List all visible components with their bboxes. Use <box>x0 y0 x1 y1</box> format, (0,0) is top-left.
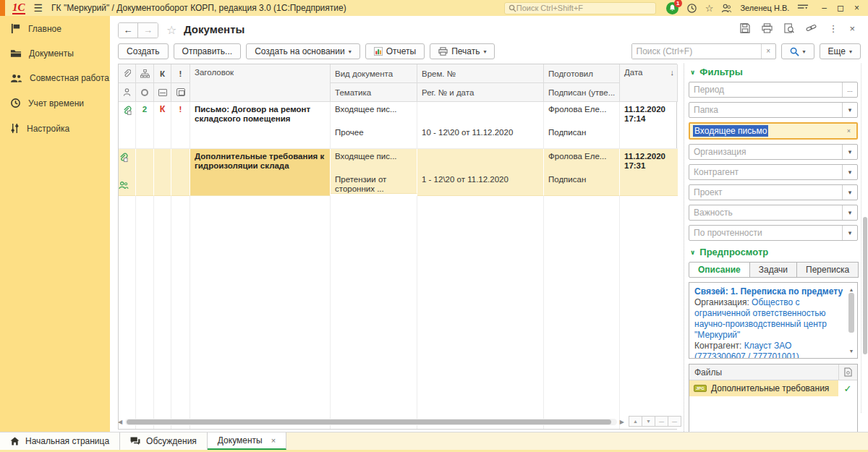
create-based-on-button[interactable]: Создать на основании▾ <box>246 43 360 59</box>
preview-icon[interactable] <box>784 23 794 33</box>
col-important-header[interactable]: ! <box>171 64 190 83</box>
filter-doc-type-field[interactable]: Входящее письмо × <box>689 122 858 140</box>
col-card-icon[interactable] <box>154 83 171 102</box>
back-button[interactable]: ← <box>119 23 138 38</box>
link-icon[interactable] <box>806 23 817 33</box>
col-type-header[interactable]: Вид документа <box>331 64 417 83</box>
hamburger-menu-icon[interactable]: ☰ <box>34 2 43 14</box>
filter-importance-field[interactable]: Важность ▾ <box>689 205 858 221</box>
minimize-button[interactable]: – <box>822 3 827 13</box>
global-search[interactable] <box>504 2 656 14</box>
scroll-left-icon[interactable]: ◀ <box>118 419 125 425</box>
col-stamp-icon[interactable] <box>171 83 190 102</box>
favorites-star-icon[interactable]: ☆ <box>705 4 714 13</box>
filters-section-header[interactable]: ∨ Фильтры <box>690 67 868 77</box>
doc-date: 11.12.202017:31 <box>620 149 678 196</box>
col-reg-header[interactable]: Рег. № и дата <box>417 83 544 102</box>
jpg-file-icon: JPG <box>694 385 707 392</box>
col-title-header[interactable]: Заголовок <box>190 64 331 102</box>
reports-button[interactable]: Отчеты <box>365 43 425 59</box>
scrollbar-thumb[interactable] <box>127 419 611 425</box>
close-window-button[interactable]: × <box>854 3 859 13</box>
scrollbar-thumb[interactable] <box>863 217 867 354</box>
preview-section-header[interactable]: ∨ Предпросмотр <box>690 247 868 257</box>
clear-filter-icon[interactable]: × <box>841 124 856 138</box>
print-button[interactable]: Печать▾ <box>430 43 495 59</box>
caret-down-icon[interactable]: ▾ <box>842 226 857 240</box>
col-hierarchy-icon[interactable] <box>136 64 154 83</box>
col-person-icon[interactable] <box>119 83 136 102</box>
horizontal-scrollbar[interactable]: ◀ ▶ <box>118 418 624 426</box>
tab-description[interactable]: Описание <box>689 262 750 278</box>
col-date-header[interactable]: Дата↓ <box>620 64 678 102</box>
caret-down-icon[interactable]: ▾ <box>842 165 857 179</box>
current-user-name[interactable]: Зеленец Н.В. <box>740 4 789 12</box>
tab-correspondence[interactable]: Переписка <box>796 262 859 278</box>
list-search-input[interactable] <box>632 44 761 59</box>
filter-folder-field[interactable]: Папка ▾ <box>689 102 858 118</box>
col-control-header[interactable]: К <box>154 64 171 83</box>
caret-down-icon: ▾ <box>803 48 806 55</box>
scroll-down-icon[interactable]: ▼ <box>847 346 856 357</box>
notifications-bell-icon[interactable]: 1 <box>666 2 678 14</box>
caret-down-icon[interactable]: ▾ <box>842 103 857 117</box>
sidebar-item-main[interactable]: Главное <box>0 16 110 41</box>
scroll-right-icon[interactable]: ▶ <box>617 419 624 425</box>
tab-discussions[interactable]: Обсуждения <box>120 432 208 450</box>
col-signed-header[interactable]: Подписан (утве... <box>544 83 620 102</box>
more-button[interactable]: Еще▾ <box>820 43 861 59</box>
links-line-link[interactable]: Связей: 1. Переписка по предмету <box>694 286 843 297</box>
chevron-down-icon: ∨ <box>690 249 695 256</box>
col-status-icon[interactable] <box>136 83 154 102</box>
col-attachment-icon[interactable] <box>119 64 136 83</box>
filter-contractor-field[interactable]: Контрагент ▾ <box>689 164 858 180</box>
close-form-button[interactable]: × <box>849 24 855 33</box>
col-num-header[interactable]: Врем. № <box>417 64 544 83</box>
user-icon[interactable] <box>721 4 732 13</box>
col-author-header[interactable]: Подготовил <box>544 64 620 83</box>
list-nav-bottom-button[interactable]: ▼ <box>642 416 655 427</box>
list-nav-top-button[interactable]: ▲ <box>629 416 642 427</box>
caret-down-icon[interactable]: ▾ <box>842 185 857 200</box>
maximize-button[interactable]: ◻ <box>837 3 844 13</box>
tab-documents-active[interactable]: Документы × <box>208 432 286 450</box>
file-version-icon[interactable] <box>838 364 857 380</box>
list-nav-next-button[interactable]: — <box>668 416 681 427</box>
filter-organization-field[interactable]: Организация ▾ <box>689 144 858 160</box>
send-button[interactable]: Отправить... <box>174 43 242 59</box>
tab-tasks[interactable]: Задачи <box>749 262 797 278</box>
print-icon[interactable] <box>762 23 773 33</box>
forward-button[interactable]: → <box>138 23 158 38</box>
kebab-menu-icon[interactable]: ⋮ <box>828 24 838 33</box>
global-search-input[interactable] <box>516 4 639 12</box>
panel-scrollbar[interactable] <box>861 64 867 413</box>
clear-search-icon[interactable]: × <box>761 44 775 59</box>
history-icon[interactable] <box>686 3 697 14</box>
sidebar-item-documents[interactable]: Документы <box>0 41 110 66</box>
ellipsis-button[interactable]: ... <box>842 82 857 97</box>
sidebar-item-settings[interactable]: Настройка <box>0 116 110 141</box>
save-icon[interactable] <box>740 23 750 33</box>
filter-project-field[interactable]: Проект ▾ <box>689 184 858 200</box>
close-tab-icon[interactable]: × <box>271 436 276 445</box>
preview-tabs: Описание Задачи Переписка <box>689 262 868 278</box>
file-row[interactable]: JPG Дополнительные требования ✓ <box>689 380 857 396</box>
preview-scrollbar[interactable]: ▲ ▼ <box>847 284 856 357</box>
col-theme-header[interactable]: Тематика <box>331 83 417 102</box>
check-icon: ✓ <box>838 383 857 394</box>
table-row-selected[interactable]: Дополнительные требования к гидроизоляци… <box>119 149 676 196</box>
caret-down-icon[interactable]: ▾ <box>842 145 857 159</box>
caret-down-icon[interactable]: ▾ <box>842 205 857 220</box>
create-button[interactable]: Создать <box>118 43 169 59</box>
add-favorite-star-icon[interactable]: ☆ <box>166 23 176 37</box>
service-menu-icon[interactable] <box>797 4 809 12</box>
search-settings-button[interactable]: ▾ <box>781 43 814 59</box>
filter-period-field[interactable]: Период ... <box>689 82 858 98</box>
sidebar-item-time-tracking[interactable]: Учет времени <box>0 90 110 116</box>
filter-read-state-field[interactable]: По прочтенности ▾ <box>689 225 858 241</box>
scrollbar-thumb[interactable] <box>848 293 854 333</box>
list-nav-prev-button[interactable]: — <box>655 416 668 427</box>
sidebar-item-collaboration[interactable]: Совместная работа <box>0 66 110 90</box>
table-row[interactable]: 2 К ! Письмо: Договор на ремонт складско… <box>119 102 676 149</box>
tab-home[interactable]: Начальная страница <box>0 432 120 450</box>
